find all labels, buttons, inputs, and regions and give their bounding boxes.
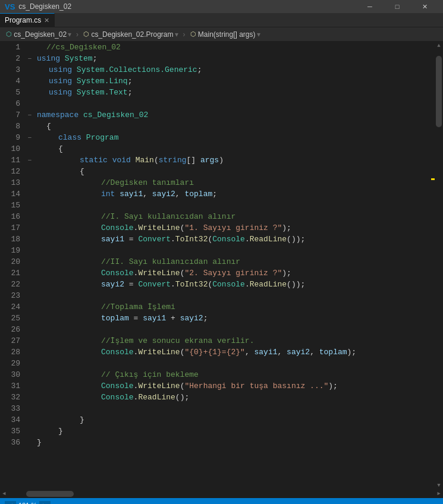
scroll-up-button[interactable]: ▲	[435, 42, 443, 50]
vertical-scrollbar[interactable]: ▲ ▼	[435, 42, 443, 490]
breadcrumb-project[interactable]: ⬡ cs_Degisken_02 ▾	[2, 27, 75, 41]
gutter-28	[25, 346, 34, 358]
app-icon: VS	[5, 2, 15, 11]
code-line-3: using System.Collections.Generic;	[37, 64, 443, 75]
zoom-decrease-button[interactable]: ◄	[5, 501, 16, 504]
tab-program-cs[interactable]: Program.cs ✕	[0, 13, 55, 27]
line-num-17: 17	[0, 222, 20, 234]
gutter-17	[25, 222, 34, 234]
zoom-increase-button[interactable]: ►	[39, 501, 51, 504]
line-num-32: 32	[0, 392, 20, 403]
line-num-28: 28	[0, 346, 20, 358]
line-num-31: 31	[0, 380, 20, 392]
code-line-31: Console.WriteLine("Herhangi bir tuşa bas…	[37, 380, 443, 392]
scroll-h-thumb[interactable]	[26, 491, 74, 497]
code-line-20: //II. Sayı kullanıcıdan alınır	[37, 256, 443, 267]
scroll-track[interactable]	[435, 50, 443, 481]
gutter-10	[25, 143, 34, 155]
gutter-19	[25, 245, 34, 256]
line-num-25: 25	[0, 313, 20, 324]
line-num-33: 33	[0, 403, 20, 414]
breadcrumb-method[interactable]: ⬡ Main(string[] args) ▾	[187, 27, 264, 41]
breadcrumb-sep2: ›	[182, 30, 187, 39]
line-num-1: 1	[0, 42, 20, 53]
gutter-2-collapse[interactable]: ─	[25, 53, 34, 64]
gutter-1	[25, 42, 34, 53]
scroll-right-button[interactable]: ►	[435, 490, 443, 498]
gutter-16	[25, 211, 34, 222]
gutter-25	[25, 313, 34, 324]
line-num-16: 16	[0, 211, 20, 222]
line-num-3: 3	[0, 64, 20, 75]
code-line-25: toplam = sayi1 + sayi2;	[37, 313, 443, 324]
code-line-27: //İşlem ve sonucu ekrana verilir.	[37, 335, 443, 346]
status-bar: ◄ 121 % ►	[0, 498, 443, 504]
gutter-7-collapse[interactable]: ─	[25, 109, 34, 121]
gutter-23	[25, 290, 34, 301]
line-num-7: 7	[0, 109, 20, 121]
gutter-27	[25, 335, 34, 346]
gutter-20	[25, 256, 34, 267]
code-line-29	[37, 358, 443, 369]
line-num-22: 22	[0, 279, 20, 290]
scroll-thumb[interactable]	[436, 56, 442, 127]
code-line-33	[37, 403, 443, 414]
gutter-22	[25, 279, 34, 290]
window-title: cs_Degisken_02	[18, 2, 353, 11]
close-icon[interactable]: ✕	[44, 17, 49, 24]
gutter-26	[25, 324, 34, 335]
code-line-6	[37, 98, 443, 109]
code-line-1: //cs_Degisken_02	[37, 42, 443, 53]
line-numbers: 1 2 3 4 5 6 7 8 9 10 11 12 13 14 15 16 1…	[0, 42, 25, 490]
gutter-24	[25, 301, 34, 313]
code-line-10: {	[37, 143, 443, 155]
zoom-control: ◄ 121 % ►	[5, 501, 51, 504]
collapse-gutter: ─ ─ ─ ─	[25, 42, 34, 490]
line-num-11: 11	[0, 155, 20, 166]
gutter-5	[25, 87, 34, 98]
code-line-14: int sayi1, sayi2, toplam;	[37, 188, 443, 200]
scroll-left-button[interactable]: ◄	[0, 490, 8, 498]
horizontal-scrollbar[interactable]: ◄ ►	[0, 490, 443, 498]
tab-bar: Program.cs ✕	[0, 13, 443, 27]
close-button[interactable]: ✕	[411, 0, 438, 13]
code-line-5: using System.Text;	[37, 87, 443, 98]
line-num-29: 29	[0, 358, 20, 369]
line-num-20: 20	[0, 256, 20, 267]
gutter-11-collapse[interactable]: ─	[25, 155, 34, 166]
overview-ruler	[426, 42, 435, 490]
code-line-16: //I. Sayı kullanıcıdan alınır	[37, 211, 443, 222]
gutter-3	[25, 64, 34, 75]
line-num-9: 9	[0, 132, 20, 143]
code-line-8: {	[37, 121, 443, 132]
gutter-13	[25, 177, 34, 188]
line-num-15: 15	[0, 200, 20, 211]
code-line-11: static void Main(string[] args)	[37, 155, 443, 166]
editor-container: 1 2 3 4 5 6 7 8 9 10 11 12 13 14 15 16 1…	[0, 42, 443, 490]
gutter-21	[25, 267, 34, 279]
scroll-h-track[interactable]	[8, 490, 435, 498]
scroll-down-button[interactable]: ▼	[435, 481, 443, 490]
code-line-34: }	[37, 414, 443, 426]
code-line-30: // Çıkış için bekleme	[37, 369, 443, 380]
code-area[interactable]: //cs_Degisken_02 using System; using Sys…	[34, 42, 443, 490]
gutter-9-collapse[interactable]: ─	[25, 132, 34, 143]
maximize-button[interactable]: □	[384, 0, 411, 13]
zoom-level: 121 %	[18, 502, 37, 504]
minimize-button[interactable]: ─	[356, 0, 384, 13]
gutter-29	[25, 358, 34, 369]
code-line-28: Console.WriteLine("{0}+{1}={2}", sayi1, …	[37, 346, 443, 358]
breadcrumb-namespace-label: cs_Degisken_02.Program	[91, 30, 173, 39]
gutter-36	[25, 437, 34, 448]
breadcrumb-namespace[interactable]: ⬡ cs_Degisken_02.Program ▾	[80, 27, 181, 41]
gutter-14	[25, 188, 34, 200]
code-line-19	[37, 245, 443, 256]
code-line-4: using System.Linq;	[37, 75, 443, 87]
breadcrumb-project-label: cs_Degisken_02	[14, 30, 67, 39]
line-num-19: 19	[0, 245, 20, 256]
code-line-9: class Program	[37, 132, 443, 143]
line-num-12: 12	[0, 166, 20, 177]
code-line-17: Console.WriteLine("1. Sayıyı giriniz ?")…	[37, 222, 443, 234]
line-num-14: 14	[0, 188, 20, 200]
code-line-21: Console.WriteLine("2. Sayıyı giriniz ?")…	[37, 267, 443, 279]
